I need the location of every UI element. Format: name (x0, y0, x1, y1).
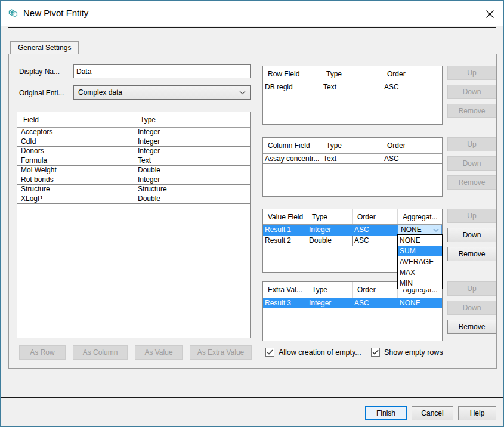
titlebar: New Pivot Entity (1, 1, 503, 26)
header-order[interactable]: Order (353, 282, 398, 298)
titlebar-separator (8, 27, 496, 28)
header-type[interactable]: Type (321, 66, 382, 82)
value-field-down-button[interactable]: Down (447, 228, 496, 242)
dropdown-option[interactable]: NONE (398, 235, 442, 246)
cell: ASC (382, 154, 442, 164)
dropdown-option-highlighted[interactable]: SUM (398, 246, 442, 256)
table-row[interactable]: Assay concentr... Text ASC (263, 154, 442, 164)
display-name-label: Display Na... (19, 67, 60, 76)
table-row[interactable]: Mol WeightDouble (17, 166, 250, 175)
cell: CdId (17, 137, 134, 147)
header-row-field[interactable]: Row Field (263, 66, 321, 82)
extra-value-remove-button[interactable]: Remove (447, 320, 496, 334)
header-order[interactable]: Order (353, 209, 398, 224)
show-empty-rows-label: Show empty rows (384, 348, 443, 357)
header-type[interactable]: Type (321, 138, 382, 153)
cell: Rot bonds (17, 175, 134, 185)
cell: ASC (353, 298, 398, 308)
table-row[interactable]: Rot bondsInteger (17, 175, 250, 185)
footer-separator (1, 397, 503, 398)
cell: Formula (17, 156, 134, 166)
cell: Integer (307, 225, 353, 236)
cell: Result 3 (263, 298, 307, 308)
header-order[interactable]: Order (382, 66, 442, 82)
close-button[interactable] (484, 8, 496, 20)
extra-value-down-button[interactable]: Down (447, 301, 496, 315)
finish-button[interactable]: Finish (365, 406, 407, 420)
help-button[interactable]: Help (458, 406, 496, 420)
dropdown-option[interactable]: MIN (398, 278, 442, 289)
dropdown-option[interactable]: AVERAGE (398, 256, 442, 267)
checkmark-icon (267, 349, 273, 355)
as-extra-value-button[interactable]: As Extra Value (190, 345, 252, 360)
as-row-button[interactable]: As Row (19, 345, 66, 360)
row-field-remove-button[interactable]: Remove (447, 104, 496, 118)
header-extra-value[interactable]: Extra Val... (263, 282, 307, 298)
cell: Result 1 (263, 225, 307, 236)
tab-label: General Settings (18, 44, 71, 52)
cell: Integer (134, 147, 250, 156)
dropdown-option[interactable]: MAX (398, 267, 442, 278)
window-title: New Pivot Entity (23, 1, 88, 26)
table-row[interactable]: DonorsInteger (17, 147, 250, 156)
cell: Double (307, 236, 353, 246)
cell: Integer (134, 128, 250, 137)
allow-empty-label: Allow creation of empty... (279, 348, 361, 357)
as-column-button[interactable]: As Column (73, 345, 128, 360)
cell: Text (321, 82, 382, 92)
allow-empty-checkbox[interactable] (265, 348, 274, 357)
table-row[interactable]: DB regid Text ASC (263, 82, 442, 92)
field-table: Field Type AcceptorsInteger CdIdInteger … (17, 112, 251, 338)
column-field-up-button[interactable]: Up (447, 137, 496, 151)
header-type[interactable]: Type (307, 282, 353, 298)
cell: XLogP (17, 194, 134, 204)
row-field-header: Row Field Type Order (263, 66, 442, 82)
extra-value-table: Extra Val... Type Order Aggregat... Resu… (262, 281, 443, 341)
value-field-remove-button[interactable]: Remove (447, 247, 496, 261)
header-type[interactable]: Type (307, 209, 353, 224)
cell: Double (134, 194, 250, 204)
close-icon (486, 10, 494, 18)
show-empty-rows-checkbox[interactable] (371, 348, 380, 357)
header-type[interactable]: Type (134, 112, 250, 127)
cell: ASC (353, 236, 398, 246)
chevron-down-icon (433, 228, 439, 232)
table-row[interactable]: XLogPDouble (17, 194, 250, 204)
hexagon-cluster-icon (7, 7, 19, 19)
header-field[interactable]: Field (17, 112, 134, 127)
column-field-remove-button[interactable]: Remove (447, 175, 496, 190)
extra-value-up-button[interactable]: Up (447, 281, 496, 296)
header-value-field[interactable]: Value Field (263, 209, 307, 224)
cell: Donors (17, 147, 134, 156)
table-row[interactable]: AcceptorsInteger (17, 128, 250, 137)
column-field-header: Column Field Type Order (263, 138, 442, 154)
header-column-field[interactable]: Column Field (263, 138, 321, 153)
value-field-up-button[interactable]: Up (447, 209, 496, 223)
table-row[interactable]: FormulaText (17, 156, 250, 166)
cancel-button[interactable]: Cancel (412, 406, 453, 420)
cell: Mol Weight (17, 166, 134, 175)
chevron-down-icon (239, 91, 246, 95)
display-name-input[interactable] (73, 64, 251, 78)
tab-general-settings[interactable]: General Settings (10, 41, 79, 54)
new-pivot-entity-dialog: New Pivot Entity General Settings Displa… (0, 0, 504, 427)
cell: Assay concentr... (263, 154, 321, 164)
original-entity-select[interactable]: Complex data (73, 85, 251, 100)
table-row-selected[interactable]: Result 3 Integer ASC NONE (263, 298, 442, 308)
aggregation-select[interactable]: NONE (398, 225, 442, 235)
cell: ASC (353, 225, 398, 236)
original-entity-value: Complex data (78, 88, 122, 97)
table-row[interactable]: CdIdInteger (17, 137, 250, 147)
header-aggregation[interactable]: Aggregat... (398, 209, 442, 224)
aggregation-dropdown-popup: NONE SUM AVERAGE MAX MIN (397, 234, 443, 289)
table-row[interactable]: StructureStructure (17, 185, 250, 194)
column-field-down-button[interactable]: Down (447, 156, 496, 171)
as-value-button[interactable]: As Value (135, 345, 183, 360)
row-field-up-button[interactable]: Up (447, 66, 496, 80)
row-field-down-button[interactable]: Down (447, 85, 496, 99)
cell: Structure (134, 185, 250, 194)
cell: Integer (134, 175, 250, 185)
header-order[interactable]: Order (382, 138, 442, 153)
cell: Integer (307, 298, 353, 308)
cell: Structure (17, 185, 134, 194)
